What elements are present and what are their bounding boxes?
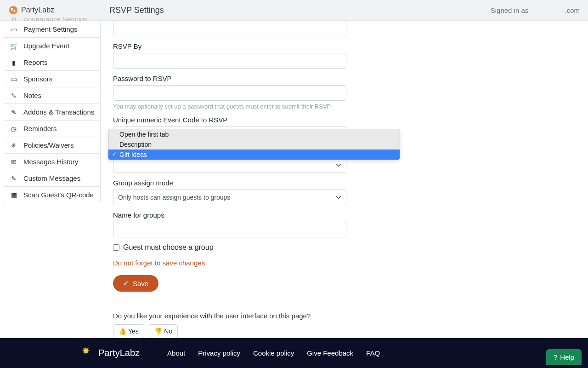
sidebar-item-payment-settings[interactable]: ▭Payment Settings: [4, 21, 100, 38]
check-icon: ✓: [123, 279, 129, 288]
reports-icon: ▮: [10, 59, 18, 66]
custom-messages-icon: ✎: [10, 175, 18, 182]
footer-link-give-feedback[interactable]: Give Feedback: [307, 349, 353, 357]
sidebar-item-reports[interactable]: ▮Reports: [4, 54, 100, 71]
sidebar-item-label: Reports: [23, 58, 48, 66]
footer-logo[interactable]: PartyLabz: [78, 345, 140, 361]
main-content: RSVP By Password to RSVP You may optiona…: [105, 21, 355, 347]
dropdown-option-open-the-first-tab[interactable]: Open the first tab: [108, 129, 400, 139]
page-title: RSVP Settings: [109, 6, 164, 15]
sidebar-item-label: Policies/Waivers: [23, 141, 74, 149]
name-groups-label: Name for groups: [113, 211, 346, 219]
sponsors-icon: ▭: [10, 75, 18, 83]
sidebar-item-label: Custom Messages: [23, 174, 80, 182]
password-help: You may optionally set up a password tha…: [113, 103, 346, 110]
event-code-label: Unique numeric Event Code to RSVP: [113, 116, 346, 124]
thumbs-down-icon: 👎: [154, 328, 162, 335]
name-groups-input[interactable]: [113, 222, 346, 237]
sidebar-item-appearance-settings[interactable]: ⚙Appearance Settings: [4, 17, 100, 21]
upgrade-event-icon: 🛒: [10, 42, 18, 50]
sidebar-item-custom-messages[interactable]: ✎Custom Messages: [4, 170, 100, 187]
no-button[interactable]: 👎No: [149, 324, 178, 338]
svg-point-2: [14, 10, 16, 12]
messages-history-icon: ✉: [10, 158, 18, 166]
dropdown-option-gift-ideas[interactable]: Gift Ideas: [108, 150, 400, 160]
footer-link-faq[interactable]: FAQ: [366, 349, 380, 357]
warn-text: Do not forget to save changes.: [113, 259, 346, 267]
rsvp-by-label: RSVP By: [113, 42, 346, 50]
group-mode-select[interactable]: Only hosts can assign guests to groups: [113, 190, 346, 205]
sidebar-item-label: Payment Settings: [23, 25, 78, 33]
svg-point-0: [9, 6, 17, 14]
yes-button[interactable]: 👍Yes: [113, 324, 144, 338]
password-label: Password to RSVP: [113, 75, 346, 82]
dropdown-option-description[interactable]: Description: [108, 139, 400, 150]
sidebar-item-label: Messages History: [23, 158, 78, 166]
footer-link-privacy-policy[interactable]: Privacy policy: [198, 349, 240, 357]
save-button[interactable]: ✓ Save: [113, 275, 158, 292]
sidebar-item-reminders[interactable]: ◷Reminders: [4, 121, 100, 137]
thumbs-up-icon: 👍: [119, 328, 126, 335]
logo-icon: [8, 5, 18, 15]
sidebar-item-scan-guest-s-qr-code[interactable]: ▦Scan Guest's QR-code: [4, 187, 100, 203]
addons-transactions-icon: ✎: [10, 109, 18, 116]
appearance-settings-icon: ⚙: [10, 17, 18, 21]
guest-choose-group-label: Guest must choose a group: [123, 243, 214, 252]
footer-link-cookie-policy[interactable]: Cookie policy: [253, 349, 294, 357]
feedback-question: Do you like your experience with the use…: [113, 312, 346, 320]
sidebar-item-upgrade-event[interactable]: 🛒Upgrade Event: [4, 38, 100, 54]
notes-icon: ✎: [10, 92, 18, 99]
help-icon: ?: [554, 353, 557, 361]
footer-nav: AboutPrivacy policyCookie policyGive Fee…: [167, 349, 380, 357]
guest-choose-group-checkbox[interactable]: [113, 244, 119, 251]
reminders-icon: ◷: [10, 125, 18, 132]
sidebar-item-label: Reminders: [23, 125, 57, 132]
group-mode-label: Group assign mode: [113, 179, 346, 187]
signed-in-text: Signed in as .com: [491, 6, 580, 14]
sidebar-item-label: Scan Guest's QR-code: [23, 191, 94, 199]
footer-logo-icon: [78, 345, 94, 361]
footer-link-about[interactable]: About: [167, 349, 185, 357]
sidebar-item-label: Upgrade Event: [23, 42, 69, 50]
brand-name: PartyLabz: [21, 6, 54, 14]
payment-settings-icon: ▭: [10, 26, 18, 33]
sidebar: ⚙Appearance Settings▭Payment Settings🛒Up…: [0, 21, 101, 347]
sidebar-item-label: Appearance Settings: [23, 17, 87, 21]
sidebar-item-label: Notes: [23, 92, 41, 99]
scan-guest-s-qr-code-icon: ▦: [10, 191, 18, 199]
sidebar-item-label: Addons & Transactions: [23, 108, 94, 116]
sidebar-item-addons-transactions[interactable]: ✎Addons & Transactions: [4, 104, 100, 121]
password-input[interactable]: [113, 85, 346, 101]
help-button[interactable]: ? Help: [546, 349, 582, 365]
sidebar-item-notes[interactable]: ✎Notes: [4, 87, 100, 104]
top-input[interactable]: [113, 21, 346, 36]
footer: PartyLabz AboutPrivacy policyCookie poli…: [0, 338, 588, 368]
sidebar-item-messages-history[interactable]: ✉Messages History: [4, 154, 100, 170]
sidebar-item-sponsors[interactable]: ▭Sponsors: [4, 71, 100, 87]
brand-logo[interactable]: PartyLabz: [8, 5, 54, 15]
sidebar-item-policies-waivers[interactable]: ✳Policies/Waivers: [4, 137, 100, 154]
svg-point-1: [11, 8, 14, 11]
rsvp-by-input[interactable]: [113, 53, 346, 69]
dropdown-menu: Open the first tabDescriptionGift Ideas: [108, 129, 400, 160]
policies-waivers-icon: ✳: [10, 142, 18, 149]
sidebar-item-label: Sponsors: [23, 75, 52, 83]
